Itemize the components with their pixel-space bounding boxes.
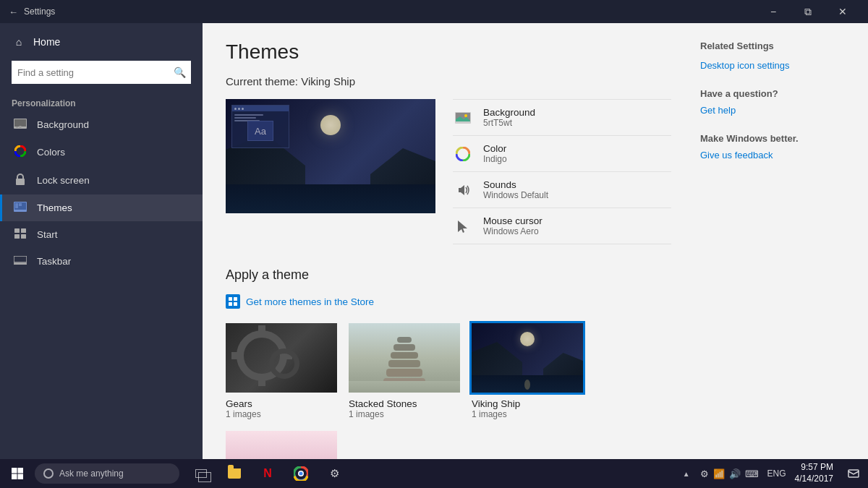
language-indicator[interactable]: ENG [767, 468, 786, 479]
store-icon [226, 294, 240, 309]
theme-stones-preview [349, 323, 460, 393]
search-button[interactable]: 🔍 [168, 61, 191, 84]
notification-button[interactable] [842, 459, 865, 488]
stacked-stones-count: 1 images [349, 409, 460, 419]
svg-rect-23 [234, 297, 237, 301]
svg-rect-29 [18, 474, 24, 480]
detail-mouse-icon [453, 216, 473, 236]
sidebar-item-start[interactable]: Start [0, 221, 203, 248]
titlebar-controls: − ⧉ ✕ [757, 0, 859, 23]
svg-rect-9 [19, 203, 22, 206]
restore-button[interactable]: ⧉ [791, 0, 825, 23]
keyboard-icon[interactable]: ⌨ [745, 468, 759, 479]
minimize-button[interactable]: − [757, 0, 790, 23]
sidebar-home[interactable]: ⌂ Home [0, 29, 203, 55]
sidebar-item-themes[interactable]: Themes [0, 194, 203, 221]
task-view-icon [194, 466, 208, 481]
svg-rect-12 [14, 234, 20, 239]
colors-label: Colors [37, 147, 65, 158]
taskbar-chrome[interactable] [285, 459, 317, 488]
taskbar-settings-app[interactable]: ⚙ [318, 459, 350, 488]
svg-rect-25 [234, 302, 237, 306]
taskbar-netflix[interactable]: N [252, 459, 284, 488]
detail-background-label: Background [483, 107, 535, 118]
preview-water [226, 184, 435, 213]
chrome-dot [242, 108, 244, 110]
feedback-link[interactable]: Give us feedback [700, 150, 845, 160]
search-box[interactable]: 🔍 [12, 61, 191, 84]
viking-ship-count: 1 images [472, 409, 583, 419]
chrome-icon [294, 466, 308, 481]
get-help-link[interactable]: Get help [700, 105, 845, 116]
clock-date: 4/14/2017 [795, 474, 833, 485]
detail-background-value: 5rtT5wt [483, 118, 535, 128]
theme-card-water-stones[interactable]: Water & Stones 1 images [226, 431, 337, 459]
detail-sounds-icon [453, 180, 473, 200]
sidebar-section-label: Personalization [0, 90, 203, 111]
sidebar-item-taskbar[interactable]: Taskbar [0, 248, 203, 274]
taskbar-clock[interactable]: 9:57 PM 4/14/2017 [789, 462, 839, 484]
svg-rect-14 [14, 256, 27, 262]
close-button[interactable]: ✕ [826, 0, 859, 23]
chrome-dot [238, 108, 240, 110]
app-body: ⌂ Home 🔍 Personalization Background [0, 23, 868, 459]
sidebar-item-background[interactable]: Background [0, 111, 203, 138]
taskbar-task-view[interactable] [185, 459, 217, 488]
colors-icon [14, 145, 27, 159]
home-icon: ⌂ [12, 35, 26, 49]
notification-icon [848, 468, 859, 479]
taskbar-overflow[interactable]: ▲ [681, 459, 692, 488]
theme-card-viking-ship[interactable]: Viking Ship 1 images [472, 323, 583, 419]
preview-chrome-bar [232, 106, 289, 111]
sidebar-item-lock-screen[interactable]: Lock screen [0, 166, 203, 194]
settings-tray-icon[interactable]: ⚙ [700, 468, 709, 479]
taskbar-icon [14, 255, 27, 267]
svg-rect-5 [16, 179, 25, 185]
volume-icon[interactable]: 🔊 [729, 468, 741, 479]
detail-background[interactable]: Background 5rtT5wt [453, 99, 671, 136]
svg-rect-28 [12, 474, 17, 480]
chrome-dot [234, 108, 237, 110]
theme-water-preview [226, 431, 337, 459]
detail-sounds-value: Windows Default [483, 190, 548, 200]
stacked-stones-name: Stacked Stones [349, 398, 460, 409]
taskbar-file-explorer[interactable] [218, 459, 250, 488]
taskbar-start-button[interactable] [3, 459, 32, 488]
related-settings-title: Related Settings [700, 40, 845, 51]
taskbar-search-text: Ask me anything [59, 468, 124, 479]
network-icon[interactable]: 📶 [713, 468, 725, 479]
svg-point-32 [299, 472, 303, 476]
detail-mouse-text: Mouse cursor Windows Aero [483, 215, 542, 236]
detail-color[interactable]: Color Indigo [453, 136, 671, 172]
detail-mouse[interactable]: Mouse cursor Windows Aero [453, 208, 671, 244]
svg-rect-3 [20, 126, 22, 128]
chrome-line [234, 117, 256, 119]
taskbar-right: ▲ ⚙ 📶 🔊 ⌨ ENG 9:57 PM 4/14/2017 [681, 459, 865, 488]
file-explorer-icon [227, 466, 242, 481]
netflix-icon: N [260, 466, 275, 481]
svg-point-18 [464, 114, 467, 117]
desktop-icon-settings-link[interactable]: Desktop icon settings [700, 60, 845, 71]
svg-rect-2 [16, 127, 18, 128]
taskbar-sys-icons: ⚙ 📶 🔊 ⌨ [694, 468, 765, 479]
svg-rect-15 [14, 263, 27, 265]
theme-card-gears[interactable]: Gears 1 images [226, 323, 337, 419]
themes-grid: Gears 1 images [226, 323, 671, 459]
search-input[interactable] [12, 67, 168, 78]
theme-details: Background 5rtT5wt [453, 99, 671, 244]
taskview-icon [195, 469, 207, 478]
svg-rect-26 [12, 468, 17, 474]
preview-aa: Aa [247, 121, 273, 141]
theme-card-stacked-stones[interactable]: Stacked Stones 1 images [349, 323, 460, 419]
clock-time: 9:57 PM [801, 462, 833, 474]
back-icon[interactable]: ← [9, 7, 18, 17]
preview-inner: Aa [226, 99, 435, 213]
detail-sounds[interactable]: Sounds Windows Default [453, 172, 671, 208]
sidebar-item-colors[interactable]: Colors [0, 138, 203, 166]
theme-viking-preview [472, 323, 583, 393]
theme-preview-row: Aa [226, 99, 671, 244]
content-right: Related Settings Desktop icon settings H… [700, 40, 845, 442]
svg-marker-21 [458, 221, 467, 233]
taskbar-search[interactable]: Ask me anything [35, 463, 179, 484]
store-link[interactable]: Get more themes in the Store [226, 294, 671, 309]
